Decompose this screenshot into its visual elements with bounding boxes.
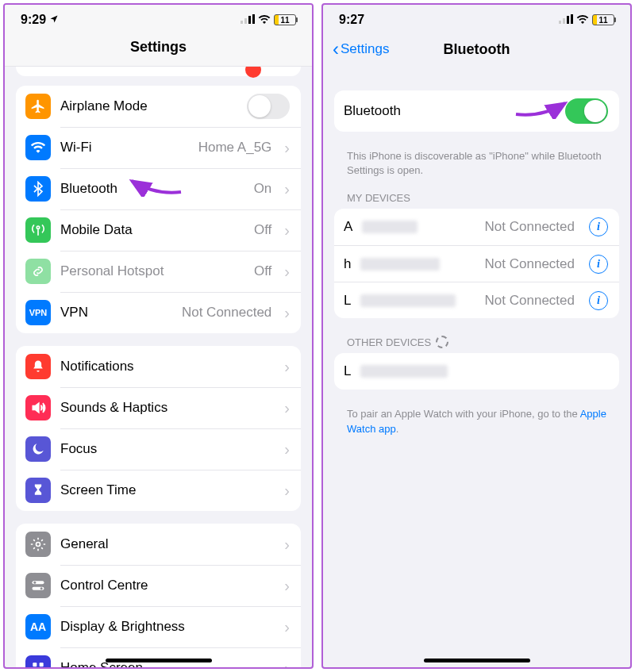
info-icon[interactable]: i	[589, 291, 608, 310]
airplane-toggle[interactable]	[247, 94, 290, 119]
switches-icon	[25, 573, 51, 598]
back-label: Settings	[341, 41, 389, 57]
other-devices-label: OTHER DEVICES	[347, 336, 431, 348]
svg-point-4	[37, 543, 40, 547]
svg-rect-0	[241, 21, 243, 24]
device-row[interactable]: L	[334, 353, 619, 390]
device-row[interactable]: A Not Connected i	[334, 209, 619, 245]
chevron-right-icon: ›	[284, 399, 290, 417]
chevron-right-icon: ›	[284, 139, 290, 157]
svg-rect-10	[40, 662, 44, 666]
wifi-icon	[258, 13, 271, 27]
pair-text-pre: To pair an Apple Watch with your iPhone,…	[347, 408, 580, 420]
page-title: Settings	[14, 39, 302, 56]
device-initial: A	[344, 219, 352, 235]
row-value: Off	[254, 263, 271, 279]
svg-point-8	[40, 587, 43, 589]
status-time: 9:27	[339, 13, 364, 27]
device-initial: L	[344, 363, 351, 379]
chevron-right-icon: ›	[284, 263, 290, 281]
row-label: Bluetooth	[344, 103, 556, 119]
bluetooth-toggle[interactable]	[565, 98, 608, 124]
pair-watch-text: To pair an Apple Watch with your iPhone,…	[334, 402, 619, 445]
antenna-icon	[25, 217, 51, 243]
svg-rect-17	[571, 14, 573, 24]
row-value: Not Connected	[182, 305, 271, 321]
home-indicator[interactable]	[106, 659, 212, 662]
bluetooth-row[interactable]: Bluetooth On ›	[16, 168, 301, 209]
bluetooth-icon	[25, 176, 51, 202]
status-bar: 9:29 11	[5, 5, 312, 32]
bluetooth-toggle-group: Bluetooth	[334, 90, 619, 132]
home-screen-row[interactable]: Home Screen ›	[16, 647, 301, 667]
chevron-right-icon: ›	[284, 440, 290, 459]
svg-rect-9	[33, 662, 37, 666]
wifi-row[interactable]: Wi-Fi Home A_5G ›	[16, 127, 301, 168]
prev-group-peek	[16, 67, 301, 76]
battery-level: 11	[593, 16, 614, 25]
vpn-row[interactable]: VPN VPN Not Connected ›	[16, 292, 301, 333]
row-label: Personal Hotspot	[60, 263, 244, 279]
display-row[interactable]: AA Display & Brightness ›	[16, 606, 301, 647]
row-label: Wi-Fi	[60, 140, 189, 156]
grid-icon	[25, 655, 51, 667]
notifications-row[interactable]: Notifications ›	[16, 346, 301, 387]
chevron-right-icon: ›	[284, 221, 290, 240]
airplane-mode-row[interactable]: Airplane Mode	[16, 86, 301, 127]
device-status: Not Connected	[485, 256, 575, 272]
device-row[interactable]: h Not Connected i	[334, 245, 619, 282]
bluetooth-toggle-row[interactable]: Bluetooth	[334, 90, 619, 132]
sounds-row[interactable]: Sounds & Haptics ›	[16, 387, 301, 428]
link-icon	[25, 259, 51, 284]
settings-screen: 9:29 11 Settings	[3, 3, 314, 669]
device-name-redacted	[360, 294, 456, 307]
device-name-redacted	[360, 365, 448, 378]
status-time: 9:29	[21, 13, 46, 27]
info-icon[interactable]: i	[589, 255, 608, 274]
pair-text-post: .	[396, 423, 399, 435]
row-value: On	[254, 181, 272, 197]
cellular-icon	[241, 13, 255, 27]
nav-header: Settings	[5, 32, 312, 67]
screen-time-row[interactable]: Screen Time ›	[16, 470, 301, 511]
chevron-right-icon: ›	[284, 358, 290, 376]
general-row[interactable]: General ›	[16, 524, 301, 565]
bluetooth-content[interactable]: Bluetooth This iPhone is discoverable as…	[323, 68, 630, 667]
my-devices-group: A Not Connected i h Not Connected i L No…	[334, 209, 619, 318]
device-row[interactable]: L Not Connected i	[334, 282, 619, 318]
svg-rect-15	[563, 18, 565, 24]
chevron-right-icon: ›	[284, 536, 290, 554]
wifi-icon	[25, 135, 51, 160]
svg-rect-3	[252, 14, 255, 24]
settings-list[interactable]: Airplane Mode Wi-Fi Home A_5G › Bluetoot…	[5, 67, 312, 667]
row-label: Sounds & Haptics	[60, 400, 271, 416]
control-centre-row[interactable]: Control Centre ›	[16, 565, 301, 606]
battery-icon: 11	[592, 14, 614, 25]
row-label: Screen Time	[60, 482, 271, 498]
status-bar: 9:27 11	[323, 5, 630, 32]
info-icon[interactable]: i	[589, 217, 608, 236]
device-status: Not Connected	[485, 293, 575, 309]
focus-row[interactable]: Focus ›	[16, 428, 301, 470]
svg-rect-2	[248, 16, 251, 24]
row-label: VPN	[60, 305, 172, 321]
airplane-icon	[25, 94, 51, 119]
hourglass-icon	[25, 478, 51, 503]
gear-icon	[25, 532, 51, 557]
home-indicator[interactable]	[424, 659, 530, 662]
chevron-right-icon: ›	[284, 659, 290, 668]
my-devices-header: MY DEVICES	[334, 187, 619, 209]
nav-header: ‹ Settings Bluetooth	[323, 32, 630, 68]
device-name-redacted	[362, 221, 418, 233]
chevron-right-icon: ›	[284, 304, 290, 322]
general-group: General › Control Centre › AA Display & …	[16, 524, 301, 667]
back-button[interactable]: ‹ Settings	[333, 38, 389, 60]
moon-icon	[25, 436, 51, 462]
battery-level: 11	[275, 16, 295, 25]
row-label: Notifications	[60, 359, 271, 374]
chevron-left-icon: ‹	[333, 38, 339, 60]
hotspot-row[interactable]: Personal Hotspot Off ›	[16, 251, 301, 292]
mobile-data-row[interactable]: Mobile Data Off ›	[16, 209, 301, 251]
row-value: Home A_5G	[198, 140, 272, 156]
row-label: Airplane Mode	[60, 98, 237, 114]
